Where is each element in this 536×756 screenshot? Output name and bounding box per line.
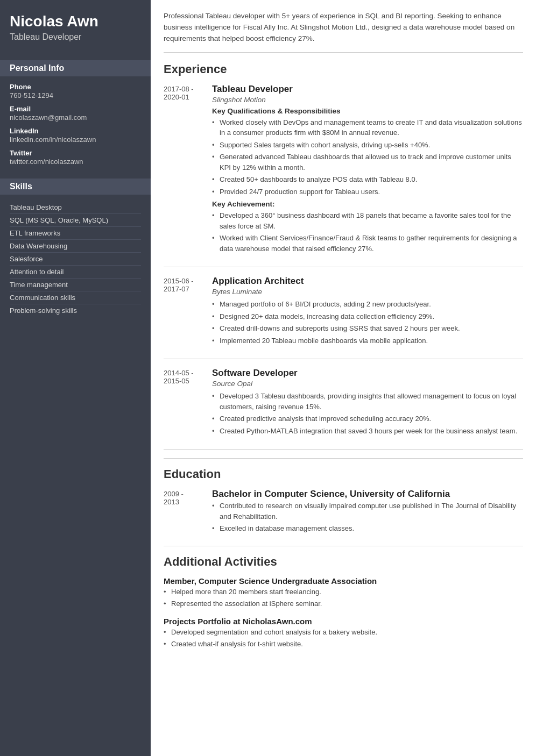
experience-entry: 2015-06 - 2017-07Application ArchitectBy… — [164, 276, 523, 349]
email-value: nicolaszawn@gmail.com — [10, 113, 141, 122]
entry-job-title: Software Developer — [212, 368, 523, 379]
bullet-item: Developed 3 Tableau dashboards, providin… — [212, 391, 523, 412]
phone-label: Phone — [10, 83, 141, 91]
activity-bullet-item: Developed segmentation and cohort analys… — [164, 627, 523, 638]
entry-divider — [164, 359, 523, 359]
entry-job-title: Application Architect — [212, 276, 523, 287]
bullet-item: Created drill-downs and subreports using… — [212, 323, 523, 334]
email-label: E-mail — [10, 105, 141, 113]
entry-content: Tableau DeveloperSlingshot MotionKey Qua… — [212, 84, 523, 258]
activities-section: Additional Activities Member, Computer S… — [164, 555, 523, 650]
entry-date: 2014-05 - 2015-05 — [164, 368, 212, 439]
bullet-item: Worked closely with DevOps and managemen… — [212, 117, 523, 138]
education-title: Education — [164, 467, 523, 481]
edu-bullet-item: Contributed to research on visually impa… — [212, 501, 523, 522]
twitter-label: Twitter — [10, 149, 141, 157]
activities-list: Member, Computer Science Undergraduate A… — [164, 576, 523, 650]
bullet-item: Implemented 20 Tableau mobile dashboards… — [212, 336, 523, 346]
bullet-item: Developed a 360° business dashboard with… — [212, 210, 523, 231]
activities-title: Additional Activities — [164, 555, 523, 569]
bullet-item: Created 50+ dashboards to analyze POS da… — [212, 174, 523, 185]
bullet-item: Created Python-MATLAB integration that s… — [212, 426, 523, 437]
education-divider — [164, 458, 523, 459]
main-content: Professional Tableau developer with 5+ y… — [151, 0, 536, 756]
skill-item: Tableau Desktop — [10, 201, 141, 214]
skill-item: Attention to detail — [10, 266, 141, 279]
entry-company: Bytes Luminate — [212, 288, 523, 296]
phone-value: 760-512-1294 — [10, 91, 141, 99]
bullet-list: Developed 3 Tableau dashboards, providin… — [212, 391, 523, 436]
bullet-list: Developed a 360° business dashboard with… — [212, 210, 523, 254]
entry-content: Software DeveloperSource OpalDeveloped 3… — [212, 368, 523, 439]
linkedin-label: LinkedIn — [10, 127, 141, 135]
personal-info-title: Personal Info — [0, 60, 151, 76]
skills-section: Skills Tableau DesktopSQL (MS SQL, Oracl… — [0, 171, 151, 321]
bullet-list: Managed portfolio of 6+ BI/DI products, … — [212, 299, 523, 346]
linkedin-value: linkedin.com/in/nicolaszawn — [10, 135, 141, 144]
skill-item: Salesforce — [10, 253, 141, 266]
entry-divider — [164, 449, 523, 450]
bullet-item: Managed portfolio of 6+ BI/DI products, … — [212, 299, 523, 310]
skill-item: Communication skills — [10, 291, 141, 304]
bullet-item: Designed 20+ data models, increasing dat… — [212, 311, 523, 322]
edu-degree-title: Bachelor in Computer Science, University… — [212, 489, 523, 500]
entry-subtitle: Key Qualifications & Responsibilities — [212, 107, 523, 115]
summary-text: Professional Tableau developer with 5+ y… — [164, 11, 523, 53]
experience-title: Experience — [164, 62, 523, 76]
candidate-name: Nicolas Awn — [10, 13, 141, 30]
bullet-list: Worked closely with DevOps and managemen… — [212, 117, 523, 197]
email-field: E-mail nicolaszawn@gmail.com — [10, 105, 141, 122]
entry-date: 2017-08 - 2020-01 — [164, 84, 212, 258]
skill-item: SQL (MS SQL, Oracle, MySQL) — [10, 214, 141, 227]
education-entry: 2009 - 2013Bachelor in Computer Science,… — [164, 489, 523, 537]
skills-list: Tableau DesktopSQL (MS SQL, Oracle, MySQ… — [10, 201, 141, 317]
resume-container: Nicolas Awn Tableau Developer Personal I… — [0, 0, 536, 756]
edu-bullet-list: Contributed to research on visually impa… — [212, 501, 523, 534]
activities-divider — [164, 546, 523, 546]
activity-bullet-list: Helped more than 20 members start freela… — [164, 587, 523, 609]
activity-bullet-item: Helped more than 20 members start freela… — [164, 587, 523, 597]
edu-bullet-item: Excelled in database management classes. — [212, 523, 523, 534]
edu-content: Bachelor in Computer Science, University… — [212, 489, 523, 537]
experience-entry: 2014-05 - 2015-05Software DeveloperSourc… — [164, 368, 523, 439]
entry-divider — [164, 267, 523, 267]
personal-info-section: Personal Info Phone 760-512-1294 E-mail … — [0, 53, 151, 171]
skill-item: Data Warehousing — [10, 240, 141, 253]
skill-item: Problem-solving skills — [10, 304, 141, 317]
entry-company: Slingshot Motion — [212, 96, 523, 104]
experience-list: 2017-08 - 2020-01Tableau DeveloperSlings… — [164, 84, 523, 450]
activity-bullet-list: Developed segmentation and cohort analys… — [164, 627, 523, 650]
education-list: 2009 - 2013Bachelor in Computer Science,… — [164, 489, 523, 537]
twitter-value: twitter.com/nicolaszawn — [10, 158, 141, 166]
bullet-item: Provided 24/7 production support for Tab… — [212, 187, 523, 197]
activity-entry: Projects Portfolio at NicholasAwn.comDev… — [164, 617, 523, 650]
sidebar-header: Nicolas Awn Tableau Developer — [0, 0, 151, 53]
activity-entry: Member, Computer Science Undergraduate A… — [164, 576, 523, 609]
edu-date: 2009 - 2013 — [164, 489, 212, 537]
education-section: Education 2009 - 2013Bachelor in Compute… — [164, 467, 523, 537]
activity-bullet-item: Represented the association at iSphere s… — [164, 598, 523, 609]
sidebar: Nicolas Awn Tableau Developer Personal I… — [0, 0, 151, 756]
phone-field: Phone 760-512-1294 — [10, 83, 141, 99]
activity-title: Projects Portfolio at NicholasAwn.com — [164, 617, 523, 626]
experience-section: Experience 2017-08 - 2020-01Tableau Deve… — [164, 62, 523, 450]
candidate-job-title: Tableau Developer — [10, 32, 141, 42]
bullet-item: Supported Sales targets with cohort anal… — [212, 140, 523, 151]
entry-job-title: Tableau Developer — [212, 84, 523, 95]
entry-date: 2015-06 - 2017-07 — [164, 276, 212, 349]
activity-title: Member, Computer Science Undergraduate A… — [164, 576, 523, 586]
linkedin-field: LinkedIn linkedin.com/in/nicolaszawn — [10, 127, 141, 144]
entry-content: Application ArchitectBytes LuminateManag… — [212, 276, 523, 349]
bullet-item: Created predictive analysis that improve… — [212, 413, 523, 424]
entry-company: Source Opal — [212, 380, 523, 388]
skill-item: Time management — [10, 279, 141, 291]
skill-item: ETL frameworks — [10, 227, 141, 240]
bullet-item: Worked with Client Services/Finance/Frau… — [212, 233, 523, 254]
experience-entry: 2017-08 - 2020-01Tableau DeveloperSlings… — [164, 84, 523, 258]
entry-subtitle: Key Achievement: — [212, 200, 523, 208]
skills-title: Skills — [0, 179, 151, 195]
twitter-field: Twitter twitter.com/nicolaszawn — [10, 149, 141, 166]
bullet-item: Generated advanced Tableau dashboards th… — [212, 152, 523, 173]
activity-bullet-item: Created what-if analysis for t-shirt web… — [164, 639, 523, 650]
